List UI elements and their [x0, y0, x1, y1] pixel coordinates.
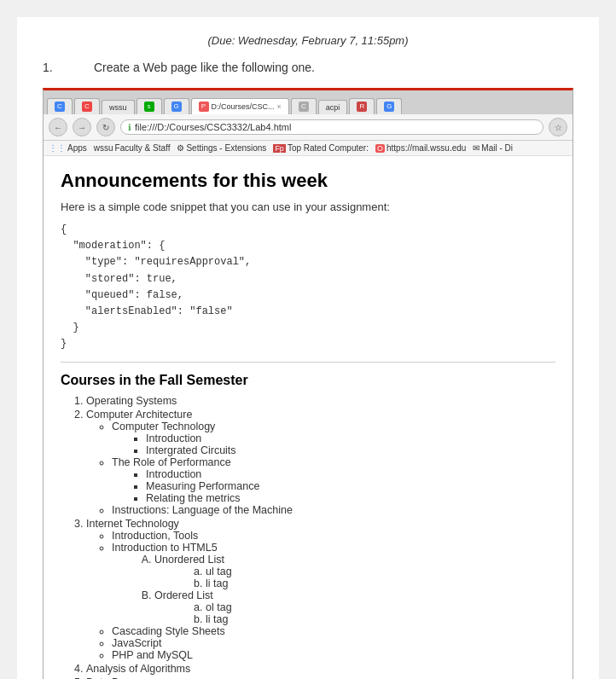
list-item-ol: Ordered List ol tag li tag [154, 589, 555, 625]
question-number: 1. [43, 61, 94, 74]
ct-sublist: Introduction Intergrated Circuits [112, 432, 555, 456]
list-item-it: Internet Technology Introduction, Tools … [86, 518, 555, 661]
bookmark-apps[interactable]: ⋮⋮ Apps [49, 143, 87, 153]
refresh-button[interactable]: ↻ [96, 118, 115, 136]
ul-lower-list: ul tag li tag [154, 566, 555, 589]
fp-icon: Fp [273, 144, 286, 153]
settings-icon: ⚙ [177, 143, 184, 153]
courses-heading: Courses in the Fall Semester [61, 373, 555, 388]
bookmark-star[interactable]: ☆ [549, 118, 567, 136]
back-button[interactable]: ← [49, 118, 67, 136]
tab-2[interactable]: C [74, 98, 100, 114]
bookmark-settings[interactable]: ⚙ Settings - Extensions [177, 143, 266, 153]
intro-text: Here is a simple code snippet that you c… [61, 200, 555, 213]
aoa-label: Analysis of Algorithms [86, 663, 190, 675]
tab-active[interactable]: P D:/Courses/CSC... × [191, 98, 289, 114]
due-line: (Due: Wednesday, February 7, 11:55pm) [43, 34, 573, 47]
tab-1[interactable]: C [47, 98, 73, 114]
browser-bookmarks: ⋮⋮ Apps wssu Faculty & Staff ⚙ Settings … [44, 141, 572, 156]
tab-r[interactable]: R [349, 98, 375, 114]
bookmark-fp-label: Top Rated Computer: [288, 143, 369, 153]
js-label: JavaScript [112, 637, 161, 649]
intro-tools-label: Introduction, Tools [112, 530, 198, 542]
ul-tag-label: ul tag [206, 566, 232, 577]
forward-button[interactable]: → [73, 118, 91, 136]
browser-mock: C C wssu s G P D:/Courses/CSC... × C [43, 88, 573, 679]
bookmark-apps-label: Apps [67, 143, 87, 153]
list-item-html5: Introduction to HTML5 Unordered List ul … [112, 542, 555, 625]
section-divider [61, 362, 555, 363]
ol-tag-label: ol tag [206, 601, 232, 613]
li-tag2-label: li tag [206, 613, 228, 625]
browser-tabs: C C wssu s G P D:/Courses/CSC... × C [44, 90, 572, 114]
tab-wssu-label: wssu [109, 103, 127, 112]
tab-s[interactable]: s [137, 98, 162, 114]
os-label: Operating Systems [86, 395, 177, 407]
list-item-aoa: Analysis of Algorithms [86, 663, 555, 675]
rop-label: The Role of Performance [112, 456, 231, 468]
it-sublist: Introduction, Tools Introduction to HTML… [86, 530, 555, 661]
tab-acpi[interactable]: acpi [318, 100, 348, 114]
bookmark-mail[interactable]: ✉ Mail - Di [473, 143, 513, 153]
list-item-intro1: Introduction [146, 432, 555, 444]
html5-label: Introduction to HTML5 [112, 542, 218, 554]
question-text: Create a Web page like the following one… [94, 61, 315, 74]
tab-g2[interactable]: G [376, 98, 402, 114]
tab-icon-c2: C [299, 102, 309, 112]
apps-icon: ⋮⋮ [49, 143, 66, 153]
list-item-mp: Measuring Performance [146, 480, 555, 492]
list-item-os: Operating Systems [86, 395, 555, 407]
list-item-rop: The Role of Performance Introduction Mea… [112, 456, 555, 504]
list-item-li-tag2: li tag [206, 613, 555, 625]
tab-icon-s: s [144, 102, 154, 112]
bookmark-fp[interactable]: Fp Top Rated Computer: [273, 143, 369, 153]
page-container: (Due: Wednesday, February 7, 11:55pm) 1.… [17, 17, 599, 679]
course-list: Operating Systems Computer Architecture … [61, 395, 555, 680]
ct-label: Computer Technology [112, 421, 215, 432]
db-label: Data Bases [86, 676, 142, 680]
list-item-db: Data Bases [86, 676, 555, 680]
list-item-li-tag1: li tag [206, 577, 555, 589]
list-item-intro-tools: Introduction, Tools [112, 530, 555, 542]
tab-wssu[interactable]: wssu [102, 100, 135, 114]
list-item-ilm: Instructions: Language of the Machine [112, 504, 555, 516]
html5-alpha-list: Unordered List ul tag li tag [112, 554, 555, 625]
tab-close[interactable]: × [277, 102, 282, 111]
css-label: Cascading Style Sheets [112, 625, 225, 637]
ol-label: Ordered List [154, 589, 213, 601]
lock-icon: ℹ [128, 123, 131, 132]
list-item-ca: Computer Architecture Computer Technolog… [86, 409, 555, 516]
tab-icon-r: R [357, 102, 367, 112]
page-heading: Announcements for this week [61, 170, 555, 192]
list-item-ct: Computer Technology Introduction Intergr… [112, 421, 555, 456]
tab-acpi-label: acpi [326, 103, 340, 112]
list-item-ul: Unordered List ul tag li tag [154, 554, 555, 589]
tab-icon-g: G [171, 102, 182, 112]
bookmark-mail-wssu-label: https://mail.wssu.edu [386, 143, 466, 153]
bookmark-wssu[interactable]: wssu Faculty & Staff [94, 143, 171, 153]
tab-icon-1: C [55, 102, 65, 112]
code-block: { "moderation": { "type": "requiresAppro… [61, 222, 555, 353]
li-tag1-label: li tag [206, 577, 228, 589]
address-text: file:///D:/Courses/CSC3332/Lab4.html [135, 122, 291, 132]
courses-ol: Operating Systems Computer Architecture … [69, 395, 555, 680]
list-item-rtm: Relating the metrics [146, 492, 555, 504]
bookmark-settings-label: Settings - Extensions [186, 143, 266, 153]
php-label: PHP and MySQL [112, 649, 193, 661]
tab-icon-p: P [199, 102, 209, 112]
list-item-js: JavaScript [112, 637, 555, 649]
intro1-label: Introduction [146, 432, 201, 444]
browser-content: Announcements for this week Here is a si… [44, 156, 572, 679]
tab-icon-2: C [82, 102, 92, 112]
address-bar[interactable]: ℹ file:///D:/Courses/CSC3332/Lab4.html [120, 119, 543, 135]
list-item-php: PHP and MySQL [112, 649, 555, 661]
it-label: Internet Technology [86, 518, 179, 530]
ilm-label: Instructions: Language of the Machine [112, 504, 293, 516]
ca-sublist: Computer Technology Introduction Intergr… [86, 421, 555, 516]
tab-c2[interactable]: C [291, 98, 317, 114]
wssu-mail-icon: O [375, 144, 385, 153]
tab-g[interactable]: G [164, 98, 189, 114]
browser-toolbar: ← → ↻ ℹ file:///D:/Courses/CSC3332/Lab4.… [44, 114, 572, 141]
bookmark-mail-wssu[interactable]: O https://mail.wssu.edu [375, 143, 466, 153]
mail-icon: ✉ [473, 143, 479, 153]
